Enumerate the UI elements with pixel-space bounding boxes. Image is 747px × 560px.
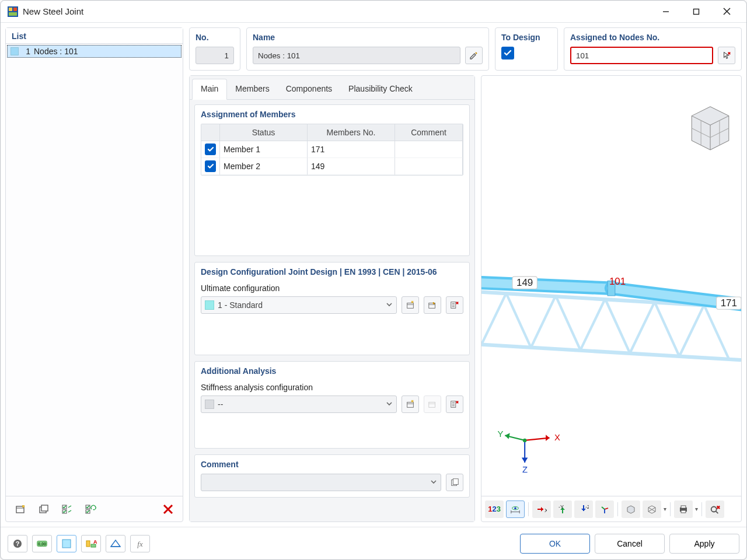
view-iso-button[interactable]: [595, 501, 614, 518]
numbering-button[interactable]: 123: [485, 501, 504, 518]
pick-stiffness-button[interactable]: [446, 396, 463, 413]
row-checkbox[interactable]: [205, 160, 216, 172]
tab-main[interactable]: Main: [192, 79, 227, 100]
new-item-button[interactable]: [11, 501, 30, 518]
copy-item-button[interactable]: [34, 501, 54, 518]
render-solid-button[interactable]: [622, 501, 640, 518]
top-row: No. Name To Design: [189, 27, 742, 71]
row-status: Member 2: [220, 158, 308, 175]
preview-panel: 149 171 101 X Y: [481, 75, 742, 522]
svg-rect-1: [9, 8, 12, 11]
close-button[interactable]: [711, 1, 742, 23]
row-comment: [395, 158, 463, 175]
combo-swatch: [205, 300, 214, 310]
svg-text:-Y: -Y: [558, 504, 564, 510]
edit-config-button[interactable]: [424, 296, 441, 314]
reset-view-button[interactable]: [706, 501, 724, 518]
no-input[interactable]: [196, 47, 234, 64]
row-checkbox[interactable]: [205, 144, 216, 155]
list-panel: List 1 Nodes : 101: [5, 27, 183, 522]
stiffness-combo[interactable]: --: [201, 396, 397, 413]
view-z-button[interactable]: -Z: [574, 501, 593, 518]
pick-config-button[interactable]: [446, 296, 463, 314]
chevron-down-icon: [386, 400, 393, 409]
col-comment: Comment: [395, 124, 463, 141]
units-button[interactable]: 0,00: [32, 535, 52, 552]
svg-line-38: [506, 293, 530, 348]
maximize-button[interactable]: [681, 1, 711, 23]
check-all-button[interactable]: [57, 501, 77, 518]
to-design-label: To Design: [501, 28, 551, 47]
comment-library-button[interactable]: [446, 474, 463, 491]
tab-content-main: Assignment of Members Status Members No.…: [190, 100, 474, 522]
show-dimensions-button[interactable]: [506, 501, 525, 518]
apply-button[interactable]: Apply: [669, 534, 739, 554]
no-panel: No.: [189, 27, 240, 71]
list-body[interactable]: 1 Nodes : 101: [6, 44, 183, 496]
ultimate-combo[interactable]: 1 - Standard: [201, 296, 397, 314]
annotations-button[interactable]: A: [81, 535, 101, 552]
comment-combo[interactable]: [201, 474, 441, 491]
view-y-button[interactable]: -Y: [553, 501, 572, 518]
formula-button[interactable]: fx: [130, 535, 150, 552]
assigned-label: Assigned to Nodes No.: [570, 28, 735, 47]
to-design-checkbox[interactable]: [501, 47, 514, 60]
design-mode-button[interactable]: [106, 535, 125, 552]
cube-gizmo-icon[interactable]: [692, 107, 729, 150]
assigned-input[interactable]: [570, 47, 713, 64]
help-button[interactable]: ?: [8, 535, 27, 552]
svg-line-80: [716, 511, 718, 513]
svg-rect-25: [429, 402, 435, 407]
row-members-no: 149: [308, 158, 395, 175]
list-item[interactable]: 1 Nodes : 101: [7, 45, 181, 58]
svg-marker-59: [522, 458, 528, 463]
comment-group: Comment: [194, 454, 470, 498]
tab-members[interactable]: Members: [227, 79, 277, 99]
svg-line-41: [581, 299, 605, 350]
svg-line-70: [602, 507, 605, 509]
node-label: 101: [609, 276, 626, 287]
pick-node-button[interactable]: [718, 47, 735, 64]
member-right-label: 171: [721, 298, 737, 309]
svg-marker-55: [546, 435, 549, 441]
tab-components[interactable]: Components: [278, 79, 340, 99]
app-icon: [8, 6, 18, 17]
list-item-swatch: [11, 47, 19, 55]
edit-name-button[interactable]: [465, 47, 483, 64]
delete-item-button[interactable]: [158, 501, 178, 518]
row-check-cell: [201, 141, 220, 158]
preview-scene[interactable]: 149 171 101 X Y: [481, 76, 741, 496]
cancel-button[interactable]: Cancel: [595, 534, 665, 554]
new-config-button[interactable]: [402, 296, 419, 314]
svg-marker-57: [505, 433, 509, 439]
view-x-button[interactable]: X: [532, 501, 551, 518]
color-button[interactable]: [57, 535, 76, 552]
ok-button[interactable]: OK: [520, 534, 590, 554]
list-header: List: [6, 28, 183, 44]
list-item-label: Nodes : 101: [34, 47, 78, 56]
svg-line-44: [655, 302, 679, 356]
svg-point-62: [514, 507, 516, 509]
toggle-check-button[interactable]: [81, 501, 100, 518]
dialog-window: New Steel Joint List 1 Nodes : 101: [0, 0, 747, 560]
print-button[interactable]: [674, 501, 693, 518]
svg-rect-30: [453, 479, 458, 485]
additional-group: Additional Analysis Stiffness analysis c…: [194, 361, 470, 449]
table-row[interactable]: Member 1 171: [201, 141, 463, 158]
assignment-title: Assignment of Members: [201, 105, 463, 124]
new-stiffness-button[interactable]: [402, 396, 419, 413]
name-input[interactable]: [253, 47, 460, 64]
list-item-no: 1: [22, 47, 30, 56]
ultimate-value: 1 - Standard: [218, 300, 382, 310]
minimize-button[interactable]: [651, 1, 681, 23]
tab-plausibility[interactable]: Plausibility Check: [340, 79, 421, 99]
assigned-panel: Assigned to Nodes No.: [564, 27, 742, 71]
svg-rect-2: [13, 8, 17, 11]
svg-rect-5: [694, 9, 699, 14]
svg-rect-87: [62, 540, 71, 548]
render-wire-button[interactable]: [643, 501, 661, 518]
chevron-down-icon: [430, 478, 437, 487]
svg-marker-72: [627, 506, 634, 513]
stiffness-value: --: [218, 400, 382, 409]
table-row[interactable]: Member 2 149: [201, 158, 463, 175]
